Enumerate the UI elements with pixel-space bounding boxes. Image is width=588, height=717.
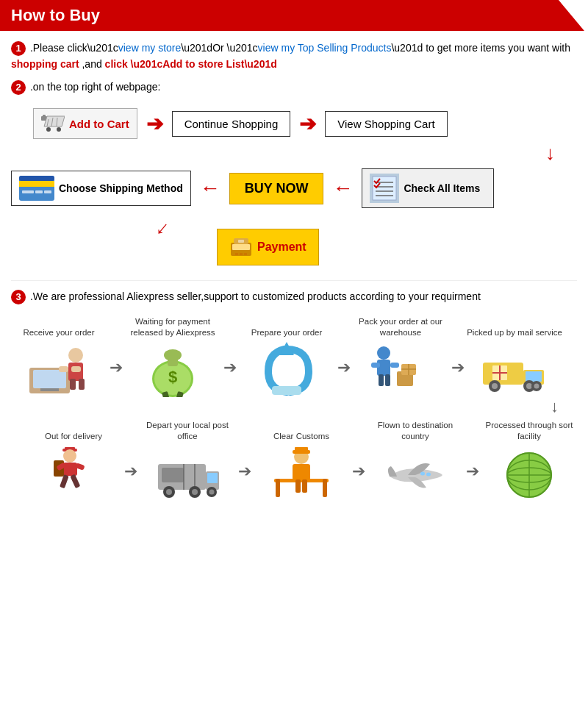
svg-rect-82 (323, 479, 327, 497)
svg-rect-1 (43, 115, 46, 117)
svg-rect-84 (302, 479, 307, 493)
svg-point-64 (526, 383, 532, 389)
arrow-left-1: ← (200, 176, 220, 200)
svg-rect-21 (232, 244, 250, 250)
buy-now-button[interactable]: BUY NOW (229, 173, 324, 204)
proc-icon-customs (268, 446, 334, 501)
proc-label-receive: Receive your order (23, 316, 94, 338)
svg-rect-26 (238, 240, 244, 243)
step1-text-before: .Please click\u201c (30, 42, 118, 54)
main-content: 1 .Please click\u201cview my store\u201d… (0, 31, 588, 510)
link-view-store[interactable]: view my store (118, 42, 182, 54)
svg-rect-80 (274, 479, 329, 482)
proc-item-receive: Receive your order (11, 316, 107, 397)
proc-item-sort: Processed through sort facility (481, 420, 577, 501)
svg-rect-29 (40, 388, 59, 391)
payment-label: Payment (257, 240, 306, 254)
svg-rect-10 (22, 190, 34, 193)
proc-icon-flight (382, 446, 448, 501)
svg-rect-88 (207, 473, 218, 483)
proc-icon-sort (496, 446, 562, 501)
divider1 (11, 280, 577, 281)
svg-point-94 (192, 489, 198, 495)
proc-arrow-3: ➔ (334, 358, 353, 377)
payment-button[interactable]: Payment (217, 229, 319, 265)
arrow-right-2: ➔ (299, 112, 316, 136)
svg-point-99 (63, 449, 76, 463)
step1-paragraph: 1 .Please click\u201cview my store\u201d… (11, 40, 577, 73)
svg-point-74 (420, 471, 425, 475)
process-section: Receive your order (11, 316, 577, 497)
step1-text-mid: \u201dOr \u201c (181, 42, 257, 54)
proc-arrow-rev-1: ➔ (121, 462, 140, 481)
svg-point-7 (57, 127, 61, 132)
proc-label-sort: Processed through sort facility (481, 420, 577, 442)
svg-text:$: $ (168, 368, 177, 386)
svg-rect-79 (293, 464, 310, 480)
svg-point-66 (534, 383, 539, 388)
payment-icon (229, 237, 253, 257)
svg-point-62 (492, 383, 498, 389)
step2-text: .on the top right of webpage: (30, 81, 160, 93)
proc-label-prepare: Prepare your order (251, 316, 323, 338)
step2-paragraph: 2 .on the top right of webpage: (11, 79, 577, 95)
proc-item-delivery: Out for delivery (26, 420, 121, 501)
add-to-cart-button[interactable]: Add to Cart (33, 108, 137, 139)
svg-rect-50 (377, 360, 390, 376)
proc-label-flight: Flown to destination country (368, 420, 463, 442)
proc-icon-prepare (254, 342, 320, 397)
svg-rect-35 (79, 379, 85, 390)
arrow-diag: ↓ (151, 215, 174, 240)
proc-label-depart: Depart your local post office (140, 420, 235, 442)
proc-icon-delivery (40, 446, 107, 501)
proc-icon-receive (26, 342, 92, 397)
page-title: How to Buy (11, 6, 100, 25)
svg-point-92 (166, 489, 172, 495)
proc-label-pickup: Picked up by mail service (467, 316, 562, 338)
down-arrow-wrapper: ↓ (11, 142, 577, 165)
continue-shopping-label: Continue Shopping (184, 118, 279, 130)
proc-item-payment-wait: Waiting for payment released by Aliexpre… (125, 316, 220, 397)
check-items-button[interactable]: Check All Items (362, 168, 494, 208)
proc-label-pack: Pack your order at our warehouse (353, 316, 448, 338)
step2-number: 2 (11, 80, 26, 95)
cart-icon (41, 113, 65, 134)
arrow-left-2: ← (332, 176, 353, 200)
vert-arrow-right: ↓ (11, 397, 577, 416)
svg-rect-32 (59, 366, 68, 372)
choose-shipping-button[interactable]: Choose Shipping Method (11, 171, 191, 206)
svg-point-75 (426, 472, 431, 476)
process-row1: Receive your order (11, 316, 577, 397)
proc-label-delivery: Out for delivery (45, 420, 102, 442)
flow-row2: Choose Shipping Method ← BUY NOW ← (11, 168, 577, 208)
view-cart-button[interactable]: View Shopping Cart (325, 111, 447, 137)
svg-point-49 (377, 346, 390, 360)
svg-rect-12 (44, 190, 51, 193)
proc-arrow-rev-3: ➔ (349, 462, 368, 481)
svg-rect-54 (385, 374, 390, 386)
svg-rect-103 (70, 474, 80, 488)
proc-item-prepare: Prepare your order (239, 316, 334, 397)
svg-point-30 (68, 348, 83, 363)
svg-point-39 (164, 349, 182, 361)
svg-rect-57 (526, 371, 542, 382)
payment-btn-row: Payment (217, 229, 577, 265)
svg-rect-33 (71, 366, 81, 372)
svg-rect-28 (33, 370, 66, 388)
view-cart-label: View Shopping Cart (337, 118, 434, 130)
step3-number: 3 (11, 290, 26, 304)
svg-rect-53 (379, 374, 384, 386)
add-to-cart-label: Add to Cart (69, 118, 129, 130)
proc-arrow-1: ➔ (107, 358, 125, 377)
step3-text: .We are professional Aliexpress seller,s… (30, 290, 481, 302)
svg-point-96 (209, 489, 215, 494)
link-top-selling[interactable]: view my Top Selling Products (258, 42, 392, 54)
proc-icon-pickup (481, 342, 548, 397)
proc-arrow-4: ➔ (448, 358, 467, 377)
page-header: How to Buy (0, 0, 588, 31)
proc-item-depart: Depart your local post office (140, 420, 235, 501)
proc-arrow-rev-2: ➔ (235, 462, 254, 481)
svg-rect-78 (295, 447, 308, 452)
continue-shopping-button[interactable]: Continue Shopping (172, 111, 291, 137)
svg-rect-23 (240, 253, 243, 255)
